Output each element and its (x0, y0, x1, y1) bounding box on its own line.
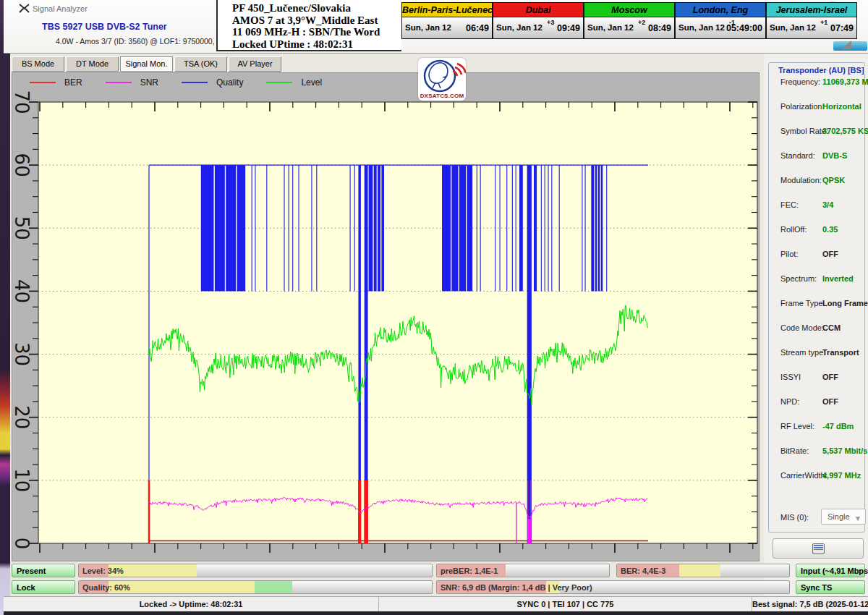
legend-line-swatch (266, 82, 292, 83)
legend-label: Level (301, 77, 322, 88)
ber-progressbar: BER: 4,4E-3 (616, 564, 790, 577)
clock-body: Sun, Jan 12+107:49 (767, 17, 856, 38)
transponder-row-value: 3/4 (822, 200, 833, 209)
y-axis-label-30: 30 (12, 342, 33, 366)
annotation-line: AMOS 7 at 3,9°W_Middle East (232, 14, 401, 27)
status-bar: Locked -> Uptime: 48:02:31 SYNC 0 | TEI … (4, 596, 868, 611)
ber-spike (358, 480, 361, 543)
mis-label: MIS (0): (780, 513, 809, 522)
progress-segment-yellow (679, 564, 720, 577)
statusbar-resize-grip[interactable]: ⋰ (859, 600, 867, 607)
transponder-row-value: Horizontal (822, 102, 861, 111)
legend-item-quality: Quality (182, 77, 243, 88)
clock-city-label: Dubai (493, 3, 583, 17)
transponder-row-label: Stream type: (780, 348, 825, 357)
signal-analyzer-screen: Signal Analyzer ❐ ✕ TBS 5927 USB DVB-S2 … (0, 0, 868, 615)
tab-av-player[interactable]: AV Player (229, 56, 281, 72)
tab-tsa-ok-[interactable]: TSA (OK) (174, 56, 227, 72)
app-icon (19, 3, 30, 14)
tab-dt-mode[interactable]: DT Mode (66, 56, 119, 72)
quality-dip-band (369, 165, 384, 291)
clock-date: Sun, Jan 12 (496, 23, 542, 32)
window-title: Signal Analyzer (33, 4, 88, 13)
y-axis-label-60: 60 (12, 153, 33, 177)
transponder-row-value: Long Frame (822, 299, 868, 308)
legend-label: BER (64, 77, 82, 88)
snr-drop-to-zero (516, 503, 516, 543)
transponder-row-modulation: Modulation:QPSK (780, 176, 868, 186)
legend-line-swatch (106, 82, 132, 83)
progress-label: preBER: 1,4E-1 (441, 567, 498, 575)
tuner-name: TBS 5927 USB DVB-S2 Tuner (42, 22, 167, 32)
clock-city-label: Berlin-Paris-Lučenec (402, 3, 492, 17)
tab-signal-mon-[interactable]: Signal Mon. (120, 56, 173, 72)
tab-bs-mode[interactable]: BS Mode (12, 56, 64, 72)
sync-ts-badge: Sync TS (796, 580, 865, 594)
transponder-row-symbolrate: Symbol Rate:3702,575 KS/s (780, 127, 868, 137)
clock-utc-offset: +1 (820, 19, 827, 26)
quality-drop-overlay (528, 165, 530, 543)
mis-select[interactable]: Single ▼ (821, 509, 866, 525)
transponder-row-label: RF Level: (780, 422, 814, 430)
clock-city-label: Moscow (584, 3, 674, 17)
clock-city-label: London, Eng (676, 3, 765, 17)
clock-body: Sun, Jan 12+208:49 (584, 17, 674, 38)
clock-date: Sun, Jan 12 (770, 23, 816, 32)
statusbar-uptime: Locked -> Uptime: 48:02:31 (4, 597, 379, 611)
mis-selected-value: Single (827, 512, 850, 521)
legend-item-level: Level (266, 77, 322, 88)
annotation-line: 11 069 MHz-H : SBN/The Word (232, 26, 401, 38)
transponder-row-value: -47 dBm (822, 422, 854, 430)
world-clocks: Berlin-Paris-LučenecSun, Jan 1206:49Duba… (401, 2, 857, 39)
preber-progressbar: preBER: 1,4E-1 (436, 564, 610, 577)
transponder-groupbox: Transponder (AU) [BS] Frequency:11069,37… (768, 62, 865, 533)
transponder-group-title: Transponder (AU) [BS] (776, 66, 867, 75)
transponder-row-value: OFF (822, 373, 838, 381)
quality-dip-band (201, 165, 245, 291)
transponder-row-label: CarrierWidth: (780, 471, 827, 480)
lock-badge: Lock (12, 580, 75, 594)
clock-resize-grip[interactable] (841, 41, 851, 49)
input-badge: Input (~4,91 Mbps) (796, 564, 865, 577)
clock-jerusalem-israel: Jerusalem-IsraelSun, Jan 12+107:49 (766, 2, 857, 39)
clock-body: Sun, Jan 12+309:49 (493, 17, 583, 38)
transponder-row-value: 11069,373 MHz (822, 77, 868, 86)
transponder-row-polarization: Polarization:Horizontal (780, 102, 868, 112)
annotation-line: PF 450_Lučenec/Slovakia (232, 2, 401, 14)
transponder-row-label: FEC: (780, 200, 799, 209)
transponder-row-value: 3702,575 KS/s (822, 127, 868, 135)
device-button[interactable] (773, 538, 864, 559)
transponder-row-rolloff: RollOff:0.35 (780, 225, 868, 235)
y-axis-label-10: 10 (12, 468, 33, 492)
transponder-row-carrierwidth: CarrierWidth:4,997 MHz (780, 471, 868, 481)
transponder-row-codemode: Code Mode:CCM (780, 323, 868, 334)
plot-area (38, 102, 757, 543)
progress-label: BER: 4,4E-3 (621, 567, 665, 575)
snr-drop-to-zero (527, 519, 532, 543)
satellite-dish-icon (418, 58, 466, 93)
quality-progressbar: Quality: 60% (78, 580, 433, 594)
clock-moscow: MoscowSun, Jan 12+208:49 (584, 2, 675, 39)
transponder-row-label: BitRate: (780, 446, 809, 455)
clock-city-label: Jerusalem-Israel (767, 3, 856, 17)
transponder-row-value: OFF (822, 250, 838, 258)
transponder-row-value: Transport (822, 348, 859, 357)
transponder-row-value: CCM (822, 323, 841, 332)
clock-time: 09:49 (557, 23, 580, 33)
progress-label: Quality: 60% (82, 583, 130, 592)
transponder-row-rflevel: RF Level:-47 dBm (780, 422, 868, 432)
ber-spike (148, 480, 150, 543)
quality-dip-band (534, 165, 537, 291)
clock-time: 06:49 (466, 23, 489, 33)
statusbar-sync-counts: SYNC 0 | TEI 107 | CC 775 (379, 597, 752, 611)
clock-date: Sun, Jan 12 (587, 23, 634, 32)
dxsatcs-logo: DXSATCS.COM (418, 58, 466, 101)
clock-dubai: DubaiSun, Jan 12+309:49 (493, 2, 584, 39)
transponder-row-bitrate: BitRate:5,537 Mbit/s (780, 446, 868, 457)
clock-time: 07:49 (830, 23, 854, 33)
quality-dip-band (519, 165, 523, 291)
clock-body: Sun, Jan 12-105:49:00 (676, 17, 765, 38)
clock-time: 05:49:00 (726, 23, 762, 33)
transponder-row-label: Pilot: (780, 250, 798, 258)
transponder-row-label: Frequency: (780, 77, 820, 86)
